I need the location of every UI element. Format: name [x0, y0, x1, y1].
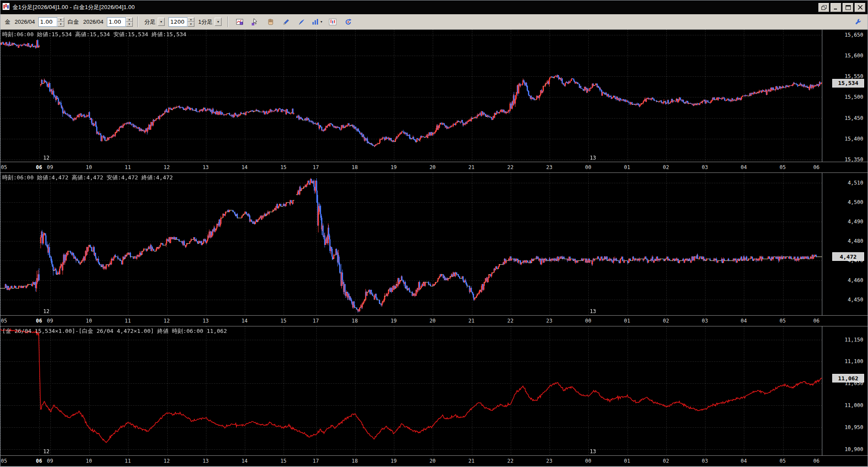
gold-multiplier-up-button[interactable]: ▲: [57, 17, 64, 22]
time-axis-label: 09: [47, 318, 53, 324]
time-axis-label: 17: [313, 164, 319, 170]
candle-chart-button[interactable]: [326, 16, 339, 27]
time-axis-label: 22: [507, 318, 513, 324]
price-axis-label: 4,490: [848, 219, 863, 225]
time-axis-label: 04: [740, 164, 746, 170]
pencil-draw-icon: [282, 18, 290, 26]
minimize-button[interactable]: [831, 3, 841, 12]
settings-wrench-button[interactable]: [852, 16, 865, 27]
time-axis-label: 15: [280, 318, 286, 324]
gold-info-line: 時刻:06:00 始値:15,534 高値:15,534 安値:15,534 終…: [2, 31, 186, 38]
cursor-select-icon: [251, 18, 259, 26]
platinum-label: 白金: [68, 18, 79, 26]
time-axis-label: 00: [585, 164, 591, 170]
time-axis-label: 19: [390, 318, 397, 324]
title-bar[interactable]: 金1分足[2026/04]1.00 - 白金1分足[2026/04]1.00: [0, 0, 868, 14]
time-axis-label: 04: [740, 458, 746, 464]
time-axis-label: 15: [280, 164, 286, 170]
cursor-select-button[interactable]: [249, 16, 262, 27]
platinum-multiplier-spin-buttons: ▲ ▼: [126, 17, 133, 27]
time-axis-label: 03: [702, 458, 708, 464]
bar-chart-menu-button[interactable]: ▼: [311, 16, 324, 27]
pencil-draw-button[interactable]: [280, 16, 293, 27]
hand-pan-icon: [267, 18, 275, 26]
popout-button[interactable]: [818, 3, 829, 12]
platinum-chart-canvas[interactable]: [0, 173, 822, 315]
time-axis-label: 10: [86, 318, 92, 324]
quill-draw-button[interactable]: [295, 16, 308, 27]
chart-settings-button[interactable]: [233, 16, 246, 27]
chart-type-label: 分足: [144, 18, 156, 26]
date-marker: 12: [43, 308, 49, 314]
time-axis-label: 13: [203, 458, 209, 464]
time-axis-label: 09: [47, 164, 53, 170]
quill-draw-icon: [298, 18, 306, 26]
maximize-button[interactable]: [843, 3, 853, 12]
timeframe-dropdown[interactable]: 1分足 ▼: [197, 17, 223, 27]
candle-chart-icon: [329, 18, 337, 26]
price-axis-label: 4,510: [848, 180, 863, 186]
chart-type-dropdown[interactable]: 分足 ▼: [143, 17, 166, 27]
gold-plot-area[interactable]: 時刻:06:00 始値:15,534 高値:15,534 安値:15,534 終…: [0, 30, 822, 162]
gold-multiplier-spin-buttons: ▲ ▼: [57, 17, 64, 27]
price-axis-label: 15,450: [845, 115, 863, 121]
close-button[interactable]: [855, 3, 865, 12]
chevron-down-icon: ▼: [158, 18, 165, 26]
time-axis-label: 01: [624, 318, 630, 324]
time-axis-label: 05: [1, 458, 7, 464]
gold-multiplier-down-button[interactable]: ▼: [57, 22, 64, 27]
time-axis-label: 23: [546, 318, 552, 324]
bar-count-up-button[interactable]: ▲: [187, 17, 194, 22]
spread-plot-area[interactable]: [金 26/04 15,534×1.00]-[白金 26/04 4,472×1.…: [0, 326, 822, 455]
bar-count-down-button[interactable]: ▼: [187, 22, 194, 27]
gold-contract-label: 2026/04: [15, 19, 35, 25]
bar-count-input[interactable]: [169, 17, 187, 27]
gold-chart-panel: 時刻:06:00 始値:15,534 高値:15,534 安値:15,534 終…: [0, 30, 868, 173]
spread-chart-canvas[interactable]: [0, 326, 822, 455]
time-axis-label: 06: [813, 164, 819, 170]
time-axis-label: 03: [702, 318, 708, 324]
time-axis-label: 14: [241, 458, 247, 464]
refresh-icon: [344, 18, 352, 26]
chevron-down-icon: ▼: [320, 20, 323, 23]
time-axis-label: 10: [86, 458, 92, 464]
platinum-plot-area[interactable]: 時刻:06:00 始値:4,472 高値:4,472 安値:4,472 終値:4…: [0, 173, 822, 315]
time-axis-label: 02: [663, 318, 669, 324]
time-axis-label: 20: [429, 164, 435, 170]
time-axis-label: 11: [125, 318, 131, 324]
price-axis-label: 15,650: [845, 32, 863, 38]
bar-count-spin-buttons: ▲ ▼: [187, 17, 194, 27]
price-axis-label: 10,950: [845, 424, 863, 430]
time-axis-label: 18: [352, 458, 358, 464]
date-marker: 13: [590, 155, 596, 161]
time-axis-label: 19: [390, 164, 397, 170]
gold-chart-canvas[interactable]: [0, 30, 822, 162]
price-axis-label: 4,500: [848, 199, 863, 205]
time-axis-label: 06: [36, 318, 42, 324]
time-axis-label: 10: [86, 164, 92, 170]
platinum-multiplier-spinner: ▲ ▼: [107, 17, 133, 27]
time-axis-label: 14: [241, 318, 247, 324]
platinum-price-badge: 4,472: [832, 252, 864, 261]
refresh-button[interactable]: [342, 16, 355, 27]
spread-info-line: [金 26/04 15,534×1.00]-[白金 26/04 4,472×1.…: [2, 327, 227, 335]
price-axis-label: 4,460: [848, 277, 863, 283]
time-axis-label: 21: [468, 164, 475, 170]
time-axis-label: 20: [429, 318, 435, 324]
time-axis-label: 09: [47, 458, 53, 464]
spread-price-badge: 11,062: [832, 374, 864, 382]
platinum-multiplier-input[interactable]: [107, 17, 126, 27]
price-axis-label: 4,450: [848, 297, 863, 303]
time-axis-label: 05: [1, 164, 7, 170]
date-marker: 13: [590, 308, 596, 314]
chart-settings-icon: [236, 18, 244, 26]
gold-multiplier-input[interactable]: [38, 17, 57, 27]
price-axis-label: 15,500: [845, 94, 863, 100]
time-axis-label: 05: [1, 318, 7, 324]
window-title: 金1分足[2026/04]1.00 - 白金1分足[2026/04]1.00: [12, 3, 135, 11]
platinum-multiplier-up-button[interactable]: ▲: [126, 17, 133, 22]
hand-pan-button[interactable]: [264, 16, 277, 27]
platinum-multiplier-down-button[interactable]: ▼: [126, 22, 133, 27]
time-axis-label: 06: [813, 458, 819, 464]
app-icon: [3, 3, 9, 12]
